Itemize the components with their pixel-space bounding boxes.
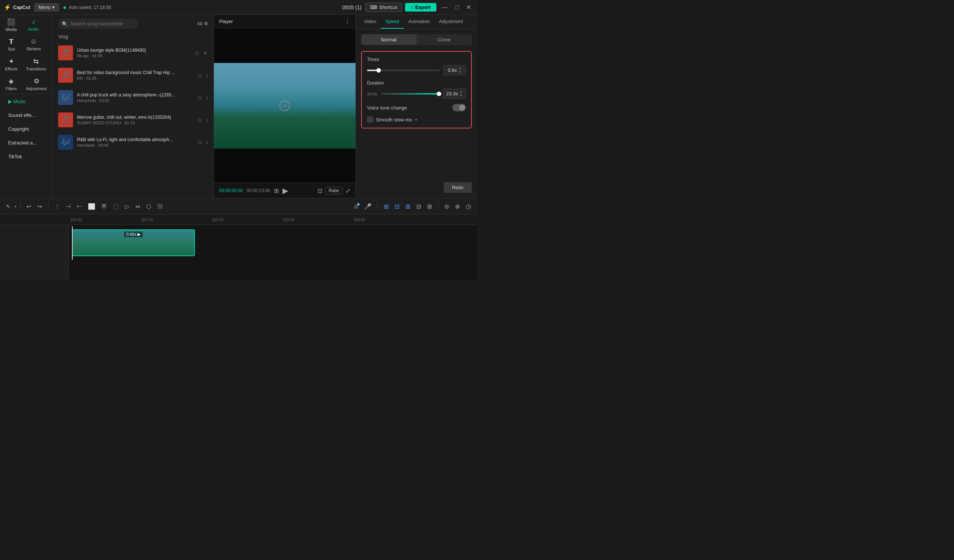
toolbar-effects[interactable]: ✦ Effects	[0, 54, 22, 74]
titlebar-right: ⌨ Shortcut ↑ Export — □ ✕	[365, 3, 473, 12]
grid-view-button[interactable]: ⊞	[274, 187, 279, 194]
duration-slider-row: 14.0s 23.3s ▲ ▼	[367, 89, 466, 99]
mic-button[interactable]: 🎤	[362, 201, 374, 212]
search-input[interactable]	[58, 19, 138, 29]
download-button[interactable]: ↓	[205, 72, 208, 79]
all-filter-button[interactable]: All ⚙	[197, 21, 208, 26]
redo-btn2[interactable]: ↪	[35, 201, 44, 212]
export-button[interactable]: ↑ Export	[405, 3, 437, 12]
favorite-button[interactable]: ☆	[197, 72, 203, 79]
fullscreen-button[interactable]: ⤢	[346, 187, 350, 194]
add-button[interactable]: ＋	[203, 49, 208, 57]
play-tool-button[interactable]: ▷	[123, 201, 131, 212]
time-total: 00:00:23:08	[246, 188, 270, 193]
list-item[interactable]: 🎶 A chill pop truck with a sexy atmosphe…	[53, 86, 214, 109]
toolbar-media[interactable]: ⬛ Media	[0, 15, 22, 35]
track-actions: ☆ ＋	[194, 49, 208, 57]
favorite-button[interactable]: ☆	[197, 117, 203, 124]
toolbar-audio[interactable]: ♪ Audio	[22, 15, 45, 35]
split-tool-button[interactable]: ⊟	[414, 201, 423, 212]
undo-button[interactable]: ↩	[24, 201, 34, 212]
playhead[interactable]	[72, 226, 73, 260]
speed-mode-toggle: Normal Curve	[361, 34, 472, 45]
track-actions: ☆ ↓	[197, 72, 208, 79]
select-tool-button[interactable]: ↖	[4, 201, 13, 212]
times-slider-track[interactable]	[367, 70, 440, 71]
toolbar-stickers[interactable]: ☺ Stickers	[22, 35, 45, 54]
voice-tone-toggle[interactable]	[452, 104, 466, 111]
duration-label: Duration	[367, 81, 466, 86]
tab-speed[interactable]: Speed	[381, 15, 404, 29]
player-right-controls: ⊡ Ratio ⤢	[318, 187, 350, 194]
video-clip[interactable]: 0.60x ▶	[72, 229, 195, 256]
split-right-button[interactable]: ⊢	[75, 201, 84, 212]
screenshot-button[interactable]: ⊡	[318, 187, 322, 194]
list-item[interactable]: 🎵 Urban lounge style BGM(1148490) Re-lax…	[53, 42, 214, 64]
ratio-button[interactable]: Ratio	[325, 187, 343, 194]
times-slider-thumb[interactable]	[376, 68, 381, 73]
toolbar-transitions[interactable]: ⇆ Transitions	[22, 54, 50, 74]
timeline: |00:00 |00:10 |00:20 |00:30 |00:40 ⬜ 🔒 👁…	[0, 215, 477, 280]
layout-button[interactable]: ⊞	[425, 201, 434, 212]
download-button[interactable]: ↓	[205, 94, 208, 101]
sidebar-item-music[interactable]: Music	[2, 95, 50, 108]
curve-mode-button[interactable]: Curve	[417, 34, 472, 45]
times-label: Times	[367, 57, 466, 62]
tab-animation[interactable]: Animation	[404, 15, 435, 29]
play-button[interactable]: ▶	[282, 186, 288, 195]
tab-video[interactable]: Video	[360, 15, 381, 29]
times-spinners[interactable]: ▲ ▼	[458, 67, 461, 74]
sidebar-item-tiktok[interactable]: TikTok	[2, 150, 50, 163]
clip-append-button[interactable]: ⊟	[393, 201, 402, 212]
tab-adjustment[interactable]: Adjustment	[434, 15, 467, 29]
fit-button[interactable]: ◷	[464, 201, 473, 212]
track-thumbnail: 🎵	[58, 112, 73, 128]
list-item[interactable]: 🎶 R&B with Lo-Fi, light and comfortable …	[53, 131, 214, 153]
toolbar-filters[interactable]: ◈ Filters	[0, 74, 22, 94]
redo-button[interactable]: Redo	[444, 182, 472, 193]
duration-slider-thumb[interactable]	[437, 92, 441, 96]
bt-arrow-down: ▾	[14, 204, 16, 208]
split-button[interactable]: ⋮	[52, 202, 62, 211]
download-button[interactable]: ↓	[205, 117, 208, 123]
crop-button[interactable]: ⬚	[111, 201, 121, 212]
maximize-button[interactable]: □	[453, 4, 461, 11]
toolbar-adjustment[interactable]: ⚙ Adjustment	[22, 74, 50, 94]
favorite-button[interactable]: ☆	[197, 94, 203, 101]
favorite-button[interactable]: ☆	[194, 50, 200, 57]
zoom-in-button[interactable]: ⊕	[453, 201, 462, 212]
autosave-text: Auto saved: 17:18:56	[69, 5, 111, 10]
duration-from: 14.0s	[367, 92, 377, 96]
toolbar: ⬛ Media ♪ Audio 𝗧 Text ☺ Stickers ✦ Effe…	[0, 15, 53, 94]
normal-mode-button[interactable]: Normal	[361, 34, 417, 45]
duration-slider-track[interactable]	[381, 93, 439, 95]
player-menu-button[interactable]: ⋮	[344, 18, 350, 25]
list-item[interactable]: 🎵 Best for video background music Chill …	[53, 64, 214, 86]
download-button[interactable]: ↓	[205, 139, 208, 146]
toolbar-text[interactable]: 𝗧 Text	[0, 35, 22, 54]
delete-button[interactable]: ⬜	[86, 201, 98, 212]
list-item[interactable]: 🎵 Merrow guitar, chill out, winter, emo …	[53, 109, 214, 131]
zoom-out-button[interactable]: ⊖	[442, 201, 451, 212]
shortcut-button[interactable]: ⌨ Shortcut	[365, 3, 402, 12]
music-category: Vlog	[53, 33, 214, 42]
minimize-button[interactable]: —	[440, 4, 450, 11]
close-button[interactable]: ✕	[464, 4, 473, 11]
clip-insert-button[interactable]: ⊞	[382, 201, 391, 212]
sidebar-item-copyright[interactable]: Copyright	[2, 123, 50, 135]
magnet-button[interactable]: ◎●	[352, 202, 360, 211]
favorite-button[interactable]: ☆	[197, 139, 203, 146]
frame-button[interactable]: ⬛	[155, 202, 165, 210]
mirror-button[interactable]: ⇔	[133, 201, 142, 212]
sidebar-item-extracted[interactable]: Extracted a...	[2, 136, 50, 149]
clip-delete-button[interactable]: ⊞	[403, 201, 413, 212]
menu-button[interactable]: Menu ▾	[34, 3, 59, 12]
track-info: Best for video background music Chill Tr…	[77, 70, 193, 81]
sidebar-item-sound[interactable]: Sound effe...	[2, 109, 50, 122]
split-left-button[interactable]: ⊣	[63, 201, 73, 212]
shield-button[interactable]: ⛨	[99, 201, 109, 211]
smooth-checkbox[interactable]	[367, 117, 373, 123]
track-artist: SUNNY HOOD STUDIO · 01:15	[77, 121, 193, 125]
duration-spinners[interactable]: ▲ ▼	[460, 90, 463, 97]
shape-button[interactable]: ⬡	[144, 201, 154, 212]
